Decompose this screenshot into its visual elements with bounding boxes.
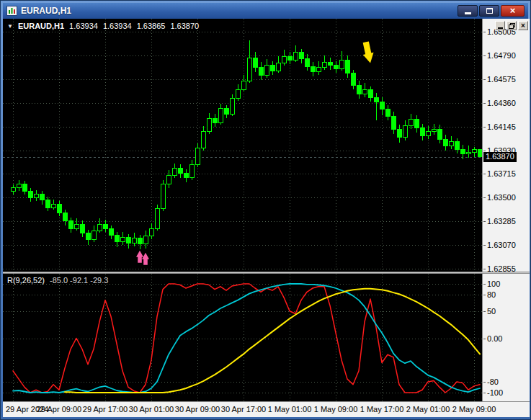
chart-window-controls: × bbox=[495, 21, 528, 30]
candle bbox=[329, 62, 333, 66]
candle bbox=[248, 58, 252, 81]
current-price-tag: 1.63870 bbox=[483, 152, 517, 162]
candle bbox=[179, 168, 183, 174]
candle bbox=[380, 102, 385, 110]
price-axis-label: 1.64145 bbox=[487, 122, 516, 131]
candle bbox=[346, 60, 350, 73]
candle bbox=[357, 85, 362, 94]
candle bbox=[98, 224, 102, 231]
chart-close-icon: × bbox=[521, 22, 525, 29]
candle bbox=[196, 148, 200, 164]
price-axis-label: 1.64575 bbox=[487, 75, 516, 84]
candle bbox=[29, 191, 33, 197]
candle bbox=[363, 89, 367, 94]
quote-close: 1.63870 bbox=[170, 22, 199, 30]
chart-minimize-button[interactable] bbox=[495, 21, 505, 30]
quote-low: 1.63865 bbox=[137, 22, 166, 30]
candle bbox=[115, 235, 120, 241]
candle bbox=[352, 73, 356, 85]
oscillator-axis-label: 0.00 bbox=[487, 334, 502, 343]
candle bbox=[63, 213, 68, 221]
candle bbox=[323, 62, 327, 68]
candle bbox=[444, 139, 448, 146]
candle bbox=[271, 66, 275, 71]
panel-divider[interactable] bbox=[3, 272, 530, 274]
candle bbox=[305, 59, 310, 67]
candle bbox=[190, 164, 195, 177]
candle bbox=[23, 184, 27, 191]
minimize-button[interactable] bbox=[458, 5, 478, 17]
buy-signal-arrow[interactable] bbox=[136, 251, 143, 263]
title-bar[interactable]: EURAUD,H1 × bbox=[3, 3, 528, 19]
candlestick-plot[interactable] bbox=[3, 19, 482, 272]
candle bbox=[334, 66, 339, 69]
one-click-trading-arrow-icon[interactable]: ▼ bbox=[7, 23, 13, 30]
chart-restore-button[interactable] bbox=[507, 21, 517, 30]
maximize-icon bbox=[486, 8, 493, 14]
chart-window-icon bbox=[6, 6, 17, 16]
chart-close-button[interactable]: × bbox=[518, 21, 528, 30]
oscillator-line-fast bbox=[13, 284, 480, 393]
candle bbox=[219, 108, 223, 122]
sell-signal-arrow[interactable] bbox=[360, 41, 375, 64]
oscillator-plot[interactable] bbox=[3, 274, 482, 401]
candle bbox=[161, 184, 166, 209]
candle bbox=[156, 209, 160, 229]
candle bbox=[242, 81, 246, 89]
candle bbox=[208, 118, 212, 131]
buy-signal-arrow[interactable] bbox=[142, 253, 149, 265]
candle bbox=[415, 120, 419, 128]
candle bbox=[473, 150, 477, 153]
chart-client-area: ▼ EURAUD,H1 1.63934 1.63934 1.63865 1.63… bbox=[3, 19, 530, 417]
oscillator-panel[interactable]: R(9,26,52) -85.0 -92.1 -29.3 bbox=[3, 274, 482, 401]
candle bbox=[386, 110, 391, 116]
candle bbox=[288, 56, 293, 60]
candle bbox=[202, 132, 206, 148]
candle bbox=[300, 52, 304, 58]
candle bbox=[294, 52, 298, 60]
candle bbox=[369, 89, 373, 97]
candle bbox=[52, 205, 56, 208]
candle bbox=[110, 228, 114, 235]
maximize-button[interactable] bbox=[479, 5, 499, 17]
candle bbox=[81, 224, 85, 233]
candle bbox=[144, 236, 148, 244]
candle bbox=[375, 97, 379, 102]
candle bbox=[340, 60, 344, 68]
price-chart-panel[interactable]: ▼ EURAUD,H1 1.63934 1.63934 1.63865 1.63… bbox=[3, 19, 482, 272]
oscillator-line-medium bbox=[13, 284, 480, 393]
candle bbox=[213, 118, 218, 122]
candle bbox=[17, 184, 22, 188]
candle bbox=[282, 56, 287, 63]
candle bbox=[403, 126, 408, 137]
quote-info: ▼ EURAUD,H1 1.63934 1.63934 1.63865 1.63… bbox=[7, 22, 199, 30]
candle bbox=[12, 188, 16, 192]
price-axis-label: 1.64790 bbox=[487, 51, 516, 60]
candle bbox=[75, 224, 79, 228]
candle bbox=[265, 66, 269, 76]
close-button[interactable]: × bbox=[501, 5, 525, 17]
candle bbox=[277, 63, 281, 71]
mt4-chart-window: EURAUD,H1 × ▼ EURAUD,H1 1.63934 1.63934 … bbox=[0, 0, 531, 420]
candle bbox=[398, 129, 402, 137]
chart-minimize-icon bbox=[498, 27, 503, 29]
candle bbox=[127, 237, 131, 243]
time-axis-label: 2 May 09:00 bbox=[445, 405, 503, 414]
time-axis[interactable]: 29 Apr 202429 Apr 09:0029 Apr 17:0030 Ap… bbox=[3, 401, 530, 417]
candle bbox=[409, 120, 414, 126]
quote-high: 1.63934 bbox=[103, 22, 132, 30]
candle bbox=[184, 174, 189, 178]
candle bbox=[311, 66, 316, 72]
candle bbox=[225, 108, 229, 114]
price-axis[interactable]: × 1.650051.647901.645751.643601.641451.6… bbox=[482, 19, 530, 401]
candle bbox=[427, 132, 431, 136]
price-axis-label: 1.64360 bbox=[487, 99, 516, 107]
candle bbox=[455, 141, 460, 149]
window-title: EURAUD,H1 bbox=[21, 6, 458, 16]
candle bbox=[236, 89, 241, 98]
candle bbox=[254, 58, 258, 68]
quote-open: 1.63934 bbox=[69, 22, 98, 30]
oscillator-axis-label: -80 bbox=[487, 377, 499, 386]
candle bbox=[450, 141, 454, 146]
minimize-icon bbox=[465, 12, 471, 14]
